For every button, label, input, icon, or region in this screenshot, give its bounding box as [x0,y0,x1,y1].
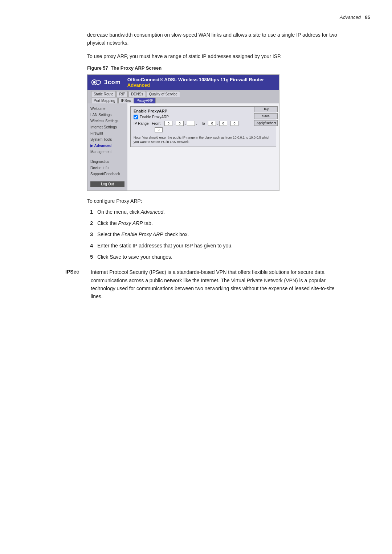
tab-rip[interactable]: RIP [117,91,128,97]
step-text-3: Select the Enable Proxy ARP check box. [97,231,189,238]
tab-qos[interactable]: Quality of Service [147,91,180,97]
nav-tabs-row2: Port Mapping IPSec ProxyARP [87,97,279,103]
ip-to-3[interactable] [230,121,238,126]
help-button[interactable]: Help [254,106,278,112]
router-buttons: Help Save Apply/Reboot [254,106,278,126]
apply-reboot-button[interactable]: Apply/Reboot [254,120,278,126]
ip-dot-4: . [217,122,218,126]
router-logo: 3com [91,77,121,87]
ip-from-2[interactable] [176,121,184,126]
sidebar-system-tools[interactable]: System Tools [87,136,127,143]
sidebar-internet-settings[interactable]: Internet Settings [87,124,127,130]
ip-to-2[interactable] [219,121,227,126]
router-sidebar: Welcome LAN Settings Wireless Settings I… [87,103,127,190]
section-box-title: Enable ProxyARP [134,109,273,113]
product-name: OfficeConnect® ADSL Wireless 108Mbps 11g… [127,77,275,82]
ip-dot-6: . [240,122,241,126]
router-section-title: Advanced [127,82,275,88]
ip-from-3[interactable] [187,121,195,126]
sidebar-diagnostics[interactable]: Diagnostics [87,159,127,165]
step-num-5: 5 [87,253,93,261]
ip-to-label: To [201,122,205,126]
3com-logo-icon [91,77,103,87]
enable-proxyarp-row: Enable ProxyARP [134,115,273,119]
save-button[interactable]: Save [254,113,278,119]
note-text: Note: You should enter the public IP ran… [134,134,273,144]
brand-text: 3com [104,79,121,86]
ipsec-section: IPSec Internet Protocol Security (IPSec)… [65,268,341,301]
sidebar-wireless-settings[interactable]: Wireless Settings [87,118,127,124]
ip-to-1[interactable] [208,121,216,126]
tab-ipsec[interactable]: IPSec [118,98,133,103]
instructions-section: To configure Proxy ARP: 1 On the menu, c… [87,198,341,261]
page-number: 85 [365,15,370,20]
router-header: 3com OfficeConnect® ADSL Wireless 108Mbp… [87,75,279,90]
ip-from-from[interactable] [155,127,163,132]
ip-range-label: IP Range [134,122,149,126]
instruction-list: 1 On the menu, click Advanced. 2 Click t… [87,208,341,261]
tab-static-route[interactable]: Static Route [91,91,116,97]
sidebar-advanced[interactable]: ▶ Advanced [87,143,127,149]
svg-point-1 [93,81,95,84]
logout-button[interactable]: Log Out [90,181,124,187]
ip-dot-3: . [196,122,197,126]
step-text-4: Enter the static IP addresses that your … [97,242,233,250]
nav-tabs-row1: Static Route RIP DDNSs Quality of Servic… [87,90,279,97]
ip-range-row2 [134,127,273,132]
ip-from-label: From: [152,122,161,126]
sidebar-device-info[interactable]: Device Info [87,165,127,171]
sidebar-welcome[interactable]: Welcome [87,106,127,112]
ipsec-text: Internet Protocol Security (IPSec) is a … [91,268,341,301]
ip-dot-5: . [228,122,229,126]
instruction-step-3: 3 Select the Enable Proxy ARP check box. [87,231,341,238]
figure-label: Figure 57 The Proxy ARP Screen [87,65,370,71]
body-paragraph-1: decrease bandwidth consumption on slow-s… [87,31,341,47]
ip-dot-2: . [185,122,186,126]
body-paragraph-2: To use proxy ARP, you must have a range … [87,52,341,60]
instruction-step-1: 1 On the menu, click Advanced. [87,208,341,216]
tab-proxyarp[interactable]: ProxyARP [134,98,156,103]
header-section-label: Advanced [340,15,361,20]
instruction-step-2: 2 Click the Proxy ARP tab. [87,219,341,227]
router-body: Welcome LAN Settings Wireless Settings I… [87,103,279,190]
sidebar-lan-settings[interactable]: LAN Settings [87,112,127,118]
ip-from-1[interactable] [164,121,172,126]
ip-range-row: IP Range From: . . . To . . [134,121,273,126]
instruction-step-4: 4 Enter the static IP addresses that you… [87,242,341,250]
tab-ddnss[interactable]: DDNSs [128,91,146,97]
step-text-2: Click the Proxy ARP tab. [97,219,153,227]
ipsec-label: IPSec [65,268,83,301]
step-num-1: 1 [87,208,93,216]
step-num-2: 2 [87,219,93,227]
page-header: Advanced 85 [22,15,370,20]
sidebar-management[interactable]: Management [87,149,127,155]
step-text-5: Click Save to save your changes. [97,253,172,261]
step-text-1: On the menu, click Advanced. [97,208,165,216]
step-num-4: 4 [87,242,93,250]
sidebar-support-feedback[interactable]: Support/Feedback [87,171,127,177]
router-main-content: Help Save Apply/Reboot Enable ProxyARP E… [127,103,279,190]
ip-dot-1: . [173,122,175,126]
router-title-area: OfficeConnect® ADSL Wireless 108Mbps 11g… [124,77,275,88]
sidebar-firewall[interactable]: Firewall [87,130,127,136]
page-container: Advanced 85 decrease bandwidth consumpti… [0,0,392,554]
enable-proxyarp-checkbox[interactable] [134,115,138,119]
enable-proxyarp-label: Enable ProxyARP [140,115,169,119]
router-screenshot: 3com OfficeConnect® ADSL Wireless 108Mbp… [87,74,279,191]
tab-port-mapping[interactable]: Port Mapping [91,98,118,103]
instruction-step-5: 5 Click Save to save your changes. [87,253,341,261]
step-num-3: 3 [87,231,93,238]
instructions-intro: To configure Proxy ARP: [87,198,341,204]
